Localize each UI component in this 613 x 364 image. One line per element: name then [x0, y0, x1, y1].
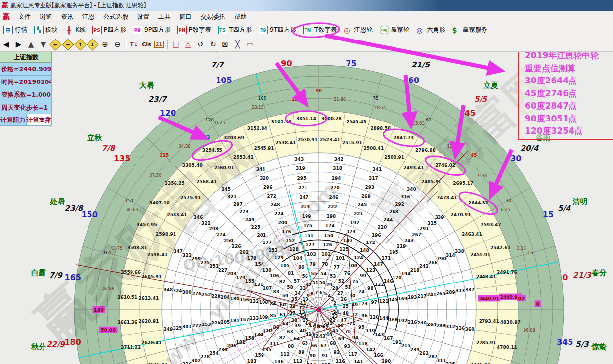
svg-text:113: 113: [293, 359, 303, 364]
svg-text:31.25: 31.25: [213, 121, 225, 125]
svg-text:4830.97: 4830.97: [500, 320, 521, 324]
move-right-button[interactable]: →: [62, 39, 74, 50]
board-button[interactable]: ▭: [244, 39, 256, 50]
svg-text:34.38: 34.38: [178, 144, 190, 149]
menu-item-0[interactable]: 文件: [14, 12, 35, 22]
svg-text:3.13: 3.13: [517, 246, 526, 251]
svg-text:174: 174: [325, 223, 335, 228]
menu-item-8[interactable]: 交易委托: [196, 12, 230, 22]
svg-text:66: 66: [311, 343, 317, 348]
winner-wheel-button[interactable]: Big赢家轮: [376, 24, 413, 37]
svg-text:254: 254: [209, 351, 219, 356]
dollar-icon: $: [452, 26, 461, 34]
svg-text:294: 294: [332, 176, 341, 181]
rotate-cw-button[interactable]: ↻: [207, 39, 219, 50]
menu-item-1[interactable]: 浏览: [35, 12, 56, 22]
updown-button[interactable]: T↓: [128, 39, 140, 50]
svg-text:15: 15: [543, 210, 554, 219]
crosshair-button[interactable]: ╳: [231, 39, 244, 50]
svg-text:90: 90: [310, 353, 316, 358]
svg-text:311: 311: [437, 358, 446, 363]
svg-text:2500.91: 2500.91: [384, 155, 404, 160]
9t-square-button[interactable]: T99T四方形: [255, 24, 300, 37]
svg-text:41: 41: [306, 332, 312, 337]
svg-text:37.50: 37.50: [149, 173, 161, 178]
forward-button[interactable]: ▶: [12, 39, 25, 50]
calendar-button[interactable]: 21: [153, 39, 165, 50]
svg-text:348: 348: [164, 287, 173, 292]
hexagon-button[interactable]: ◎六角形: [413, 24, 449, 37]
menu-logo-icon: 赢: [3, 12, 10, 21]
svg-text:215: 215: [401, 343, 411, 348]
sectors-button[interactable]: ▚板块: [31, 24, 61, 37]
9t-square-button-label: 9T四方形: [270, 26, 296, 34]
menu-item-3[interactable]: 江恩: [78, 12, 99, 22]
t-square-button[interactable]: TST四方形: [215, 24, 255, 37]
square-tool-button[interactable]: □: [170, 39, 182, 50]
menu-item-9[interactable]: 帮助: [230, 12, 251, 22]
triangle-tool-button[interactable]: △: [182, 39, 194, 50]
calc-support-button[interactable]: 计算支撑: [26, 114, 52, 126]
svg-text:28: 28: [332, 286, 339, 291]
svg-text:105: 105: [216, 76, 232, 85]
zoom-out-button[interactable]: ⊖: [111, 39, 124, 50]
t-number-table-button-label: T数字表: [314, 26, 337, 34]
p-square-button[interactable]: PSP四方形: [89, 24, 130, 37]
gann-wheel-button[interactable]: ◎江恩轮: [340, 24, 376, 37]
rotate-ccw-button[interactable]: ↺: [194, 39, 207, 50]
kline-button[interactable]: ╫K线: [61, 24, 89, 37]
zoom-in-button[interactable]: ⊕: [99, 39, 111, 50]
quotes-button[interactable]: ⊞行情: [0, 24, 31, 37]
svg-text:87: 87: [279, 335, 286, 340]
svg-text:2949.43: 2949.43: [346, 120, 366, 124]
svg-text:136: 136: [274, 359, 284, 364]
svg-text:50.00: 50.00: [101, 327, 116, 333]
svg-text:264: 264: [427, 322, 436, 327]
svg-text:25: 25: [343, 304, 349, 309]
svg-text:6.25: 6.25: [501, 207, 510, 212]
svg-text:168: 168: [389, 317, 398, 322]
9p-square-button[interactable]: P99P四方形: [130, 24, 174, 37]
svg-text:6: 6: [319, 290, 322, 295]
t-number-table-button[interactable]: TNT数字表: [300, 24, 340, 37]
svg-text:89: 89: [298, 350, 305, 355]
svg-text:2440.91: 2440.91: [479, 296, 499, 301]
svg-text:2644.32: 2644.32: [468, 201, 488, 205]
svg-text:339: 339: [435, 215, 444, 220]
svg-text:272: 272: [267, 194, 276, 199]
menu-item-5[interactable]: 设置: [132, 12, 154, 22]
svg-text:7/8: 7/8: [102, 144, 116, 153]
svg-text:133: 133: [250, 316, 259, 321]
menu-item-6[interactable]: 工具: [154, 12, 175, 22]
move-down-button[interactable]: ↓: [87, 39, 99, 50]
move-left-button[interactable]: ←: [49, 39, 62, 50]
menu-item-2[interactable]: 资讯: [56, 12, 78, 22]
info-row-3: 周天变化步长=1: [0, 101, 52, 114]
svg-text:107: 107: [263, 286, 272, 291]
svg-text:60: 60: [426, 118, 432, 122]
menu-item-4[interactable]: 公式选股: [99, 12, 132, 22]
T9-icon: T9: [259, 26, 268, 34]
move-up-button[interactable]: ↑: [74, 39, 87, 50]
svg-text:30: 30: [510, 154, 521, 163]
svg-text:59: 59: [282, 293, 289, 298]
delete-box-button[interactable]: ⊠: [219, 39, 231, 50]
svg-text:55: 55: [311, 271, 317, 276]
menu-item-7[interactable]: 窗口: [175, 12, 196, 22]
calc-resistance-button[interactable]: 计算阻力: [0, 114, 26, 126]
svg-text:143: 143: [375, 332, 384, 337]
svg-text:117: 117: [348, 352, 357, 357]
down-button[interactable]: ▼: [37, 39, 49, 50]
t-square-button-label: T四方形: [229, 26, 252, 34]
svg-text:99: 99: [360, 273, 366, 278]
svg-text:125: 125: [339, 247, 349, 252]
svg-text:173: 173: [347, 229, 356, 234]
svg-text:252: 252: [202, 292, 211, 297]
winner-service-button[interactable]: $赢家服务: [449, 24, 491, 37]
TN-icon: TN: [303, 26, 312, 34]
up-button[interactable]: ▲: [25, 39, 37, 50]
cls-button[interactable]: Cls: [140, 39, 153, 50]
p-number-table-button[interactable]: PNP数字表: [174, 24, 215, 37]
back-button[interactable]: ◀: [0, 39, 12, 50]
svg-text:146: 146: [384, 279, 393, 283]
